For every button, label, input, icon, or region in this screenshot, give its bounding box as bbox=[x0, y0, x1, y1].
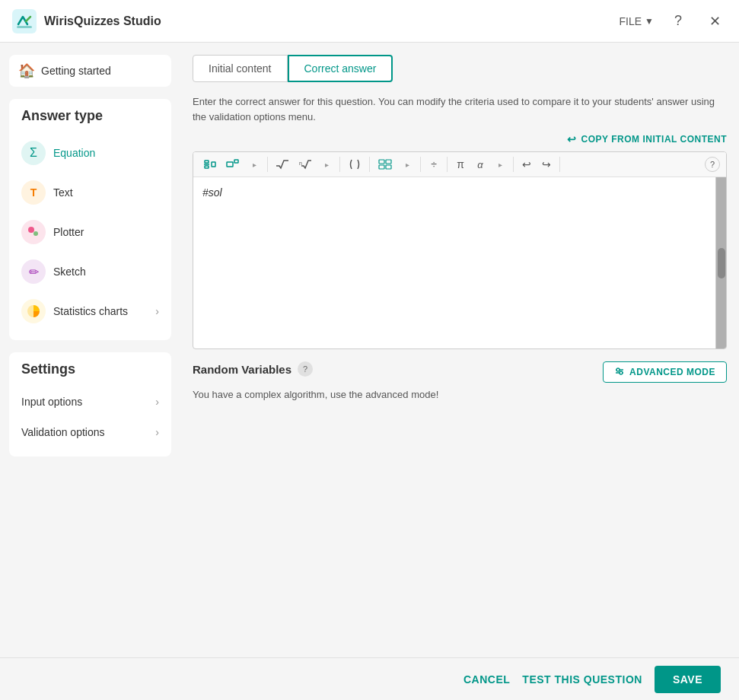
svg-point-2 bbox=[28, 227, 34, 233]
help-button[interactable]: ? bbox=[666, 9, 690, 33]
advanced-mode-label: ADVANCED MODE bbox=[629, 367, 715, 377]
undo-button[interactable]: ↩ bbox=[518, 155, 536, 173]
toolbar-sep-6 bbox=[513, 157, 514, 172]
file-menu[interactable]: FILE ▼ bbox=[620, 15, 654, 27]
toolbar-sep-7 bbox=[559, 157, 560, 172]
input-options-label: Input options bbox=[21, 396, 82, 408]
undo-icon: ↩ bbox=[522, 158, 531, 170]
editor-help-button[interactable]: ? bbox=[705, 157, 720, 172]
validation-options-arrow: › bbox=[155, 426, 159, 438]
editor-scrollbar[interactable] bbox=[715, 177, 726, 348]
tab-initial-content[interactable]: Initial content bbox=[193, 55, 288, 82]
advanced-mode-button[interactable]: ADVANCED MODE bbox=[603, 361, 727, 383]
pi-button[interactable]: π bbox=[451, 155, 470, 173]
settings-section: Settings Input options › Validation opti… bbox=[9, 352, 171, 457]
sliders-icon bbox=[614, 367, 625, 377]
svg-rect-13 bbox=[386, 160, 391, 164]
divide-button[interactable]: ÷ bbox=[425, 155, 443, 173]
tab-description: Enter the correct answer for this questi… bbox=[193, 94, 727, 124]
random-vars-help[interactable]: ? bbox=[298, 361, 313, 377]
file-menu-label: FILE bbox=[620, 15, 642, 27]
validation-options-label: Validation options bbox=[21, 426, 104, 438]
toolbar-more-3[interactable]: ▸ bbox=[398, 155, 416, 173]
random-variables-section: Random Variables ? ADVANCED MODE bbox=[193, 361, 727, 383]
ellipsis-icon-2: ▸ bbox=[325, 161, 329, 169]
plotter-icon bbox=[21, 220, 46, 244]
getting-started-section: 🏠 Getting started bbox=[9, 55, 171, 87]
svg-point-19 bbox=[620, 371, 623, 374]
tab-correct-answer[interactable]: Correct answer bbox=[288, 55, 393, 82]
svg-rect-14 bbox=[379, 165, 384, 169]
parentheses-button[interactable] bbox=[344, 155, 365, 173]
equation-label: Equation bbox=[53, 147, 95, 159]
svg-text:n: n bbox=[299, 161, 302, 166]
superscript-icon bbox=[226, 158, 240, 170]
alpha-button[interactable]: α bbox=[471, 155, 489, 173]
cancel-button[interactable]: CANCEL bbox=[463, 673, 510, 686]
editor-text: #sol bbox=[202, 186, 222, 199]
test-question-button[interactable]: TEST THIS QUESTION bbox=[522, 673, 642, 686]
alpha-icon: α bbox=[477, 159, 483, 170]
close-icon: ✕ bbox=[709, 13, 721, 30]
svg-rect-15 bbox=[386, 165, 391, 169]
ellipsis-icon-4: ▸ bbox=[499, 161, 502, 169]
sidebar-item-text[interactable]: T Text bbox=[15, 173, 165, 212]
svg-point-3 bbox=[33, 231, 38, 236]
matrix-icon bbox=[377, 158, 393, 170]
scrollbar-handle bbox=[718, 248, 725, 278]
stats-icon bbox=[21, 299, 46, 323]
sqrt-icon bbox=[276, 158, 289, 170]
fraction-button[interactable] bbox=[199, 155, 221, 173]
getting-started-button[interactable]: 🏠 Getting started bbox=[9, 55, 171, 87]
toolbar-sep-5 bbox=[447, 157, 448, 172]
sidebar-item-sketch[interactable]: ✏ Sketch bbox=[15, 252, 165, 291]
matrix-button[interactable] bbox=[374, 155, 397, 173]
statistics-label: Statistics charts bbox=[53, 305, 128, 317]
input-options-item[interactable]: Input options › bbox=[15, 387, 165, 417]
header-right: FILE ▼ ? ✕ bbox=[620, 9, 727, 33]
sidebar-item-plotter[interactable]: Plotter bbox=[15, 212, 165, 252]
answer-type-section: Answer type Σ Equation T Text Plotter bbox=[9, 99, 171, 340]
redo-icon: ↪ bbox=[542, 158, 551, 170]
sqrt-button[interactable] bbox=[272, 155, 293, 173]
toolbar-sep-4 bbox=[420, 157, 421, 172]
svg-rect-9 bbox=[227, 162, 233, 167]
question-icon: ? bbox=[674, 13, 682, 29]
redo-button[interactable]: ↪ bbox=[537, 155, 556, 173]
home-icon: 🏠 bbox=[18, 62, 35, 79]
chevron-down-icon: ▼ bbox=[645, 16, 654, 27]
toolbar-more-4[interactable]: ▸ bbox=[491, 155, 509, 173]
pi-icon: π bbox=[457, 158, 464, 170]
initial-content-label: Initial content bbox=[209, 62, 272, 75]
sidebar: 🏠 Getting started Answer type Σ Equation… bbox=[0, 43, 180, 657]
superscript-button[interactable] bbox=[222, 155, 244, 173]
toolbar-more-2[interactable]: ▸ bbox=[317, 155, 336, 173]
text-icon: T bbox=[21, 180, 46, 205]
sidebar-item-equation[interactable]: Σ Equation bbox=[15, 133, 165, 173]
sidebar-item-statistics[interactable]: Statistics charts › bbox=[15, 291, 165, 331]
editor-body: #sol bbox=[193, 177, 726, 348]
nth-root-button[interactable]: n bbox=[295, 155, 316, 173]
footer: CANCEL TEST THIS QUESTION SAVE bbox=[0, 657, 739, 700]
save-button[interactable]: SAVE bbox=[655, 666, 721, 693]
content-area: Initial content Correct answer Enter the… bbox=[180, 43, 739, 657]
sketch-label: Sketch bbox=[53, 266, 86, 278]
copy-from-initial-btn[interactable]: ↩ COPY FROM INITIAL CONTENT bbox=[193, 133, 727, 145]
toolbar-sep-3 bbox=[369, 157, 370, 172]
editor-content[interactable]: #sol bbox=[193, 177, 715, 348]
chevron-right-icon: › bbox=[155, 305, 159, 317]
svg-rect-1 bbox=[17, 26, 32, 28]
toolbar-sep-1 bbox=[267, 157, 268, 172]
svg-rect-8 bbox=[212, 162, 215, 167]
editor-toolbar: ▸ n ▸ bbox=[193, 152, 726, 177]
random-vars-left: Random Variables ? bbox=[193, 361, 313, 377]
close-button[interactable]: ✕ bbox=[702, 9, 727, 33]
settings-title: Settings bbox=[15, 361, 165, 387]
main-layout: 🏠 Getting started Answer type Σ Equation… bbox=[0, 43, 739, 657]
validation-options-item[interactable]: Validation options › bbox=[15, 417, 165, 447]
svg-rect-7 bbox=[205, 166, 209, 168]
toolbar-more-1[interactable]: ▸ bbox=[245, 155, 263, 173]
plotter-label: Plotter bbox=[53, 226, 84, 238]
random-variables-title: Random Variables bbox=[193, 363, 291, 376]
app-title: WirisQuizzes Studio bbox=[44, 14, 161, 28]
